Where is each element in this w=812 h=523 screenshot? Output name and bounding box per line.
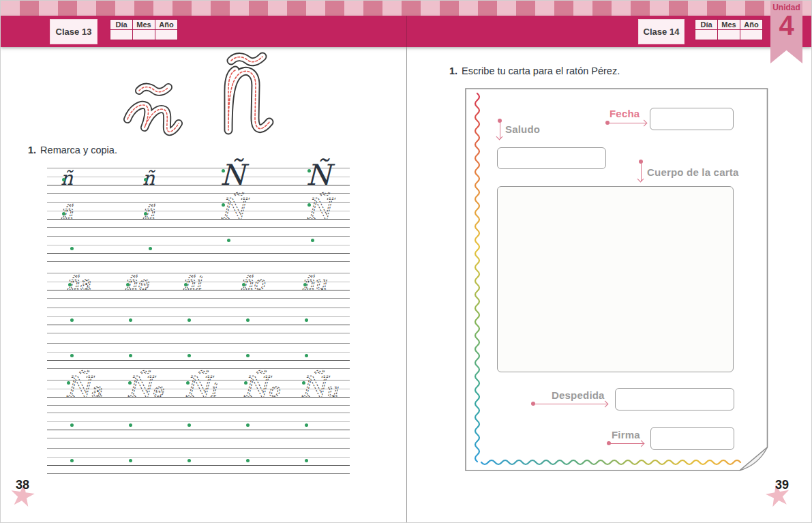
fecha-label: Fecha — [610, 108, 640, 119]
start-dot — [246, 423, 250, 427]
start-dot — [126, 283, 130, 286]
date-input-dia[interactable] — [110, 30, 133, 40]
checker-band — [1, 1, 811, 16]
start-dot — [222, 169, 225, 173]
start-dot — [144, 212, 147, 215]
start-dot — [303, 283, 307, 286]
start-dot — [70, 247, 74, 250]
start-dot — [242, 283, 245, 286]
unidad-number: 4 — [770, 12, 802, 38]
page-number-38: 38 — [16, 478, 29, 492]
instruction-right: 1.Escribe tu carta para el ratón Pérez. — [449, 65, 620, 76]
page-spine-divider — [406, 16, 407, 523]
despedida-input-box[interactable] — [615, 388, 734, 410]
start-dot — [305, 459, 308, 462]
start-dot — [62, 178, 65, 181]
svg-text:Ñu: Ñu — [301, 370, 339, 404]
start-dot — [68, 283, 72, 286]
start-dot — [246, 318, 250, 322]
svg-text:Ñe: Ñe — [127, 370, 164, 404]
date-table-left: Día Mes Año — [110, 19, 178, 40]
practice-row[interactable] — [47, 413, 350, 438]
instruction-number: 1. — [449, 65, 457, 76]
instruction-text: Escribe tu carta para el ratón Pérez. — [462, 65, 620, 76]
date-col-mes: Mes — [133, 20, 155, 30]
fecha-arrow-icon — [607, 123, 646, 123]
start-dot — [70, 423, 74, 427]
trace-text-dotted: Ñ — [306, 178, 402, 227]
start-dot — [187, 459, 191, 462]
cuerpo-label: Cuerpo de la carta — [647, 166, 738, 178]
firma-input-box[interactable] — [650, 427, 734, 450]
start-dot — [311, 239, 314, 242]
clase-13-label: Clase 13 — [56, 27, 92, 37]
start-dot — [246, 354, 250, 357]
start-dot — [129, 459, 132, 462]
firma-arrow-icon — [608, 443, 644, 444]
page-number-39: 39 — [775, 478, 789, 492]
start-dot — [305, 423, 308, 427]
firma-label: Firma — [612, 429, 640, 440]
practice-row[interactable]: ññÑÑ — [47, 202, 350, 228]
start-dot — [186, 381, 190, 385]
trace-text-dotted: ñ — [61, 178, 156, 227]
start-dot — [62, 212, 65, 215]
start-dot — [129, 423, 132, 427]
start-dot — [70, 354, 74, 357]
saludo-label: Saludo — [505, 123, 540, 135]
date-input-ano[interactable] — [740, 30, 763, 40]
bubble-letter-n-lower — [121, 81, 182, 137]
start-dot — [70, 459, 74, 462]
start-dot — [187, 354, 191, 357]
despedida-arrow-icon — [532, 404, 607, 404]
start-dot — [307, 169, 311, 173]
date-table-right: Día Mes Año — [695, 19, 763, 40]
date-input-dia[interactable] — [695, 30, 718, 40]
svg-text:Ñ: Ñ — [306, 192, 335, 226]
start-dot — [307, 203, 311, 207]
saludo-input-box[interactable] — [497, 147, 606, 169]
svg-text:Ño: Ño — [243, 370, 281, 404]
trace-text-dotted: ñu — [302, 249, 397, 298]
svg-text:Ñ: Ñ — [220, 192, 250, 226]
start-dot — [128, 381, 132, 385]
letter-template: Fecha Saludo Cuerpo de la carta Despedid… — [465, 88, 768, 471]
date-col-dia: Día — [110, 20, 133, 30]
start-dot — [305, 318, 308, 322]
svg-text:Ña: Ña — [65, 370, 102, 404]
trace-text-dotted: Ñ — [220, 178, 316, 227]
unidad-ribbon: Unidad 4 — [770, 1, 802, 63]
date-input-ano[interactable] — [155, 30, 178, 40]
start-dot — [246, 459, 250, 462]
start-dot — [302, 381, 305, 385]
start-dot — [149, 247, 152, 250]
date-col-ano: Año — [740, 20, 763, 30]
start-dot — [244, 381, 247, 385]
fecha-input-box[interactable] — [650, 108, 734, 130]
despedida-label: Despedida — [552, 389, 605, 401]
date-col-mes: Mes — [718, 20, 740, 30]
saludo-arrow-icon — [500, 120, 500, 139]
start-dot — [184, 283, 187, 286]
cuerpo-input-box[interactable] — [497, 186, 734, 372]
date-col-dia: Día — [695, 20, 718, 30]
start-dot — [129, 354, 132, 357]
practice-row[interactable] — [47, 308, 350, 333]
start-dot — [187, 318, 191, 322]
trace-text-dotted: Ñu — [301, 356, 396, 405]
date-input-mes[interactable] — [718, 30, 740, 40]
start-dot — [67, 381, 70, 385]
practice-row[interactable]: ñañeñiñoñu — [47, 273, 350, 299]
date-input-mes[interactable] — [133, 30, 155, 40]
start-dot — [129, 318, 132, 322]
bubble-letter-n-capital — [202, 53, 277, 138]
start-dot — [305, 354, 308, 357]
practice-row[interactable]: ÑaÑeÑiÑoÑu — [47, 380, 350, 406]
workbook-spread: Clase 13 Día Mes Año Clase 14 Día Mes Añ… — [0, 0, 812, 523]
start-dot — [187, 423, 191, 427]
clase-14-box: Clase 14 — [638, 19, 685, 44]
start-dot — [70, 318, 74, 322]
practice-row[interactable] — [47, 448, 350, 474]
start-dot — [144, 178, 147, 181]
date-col-ano: Año — [155, 20, 178, 30]
